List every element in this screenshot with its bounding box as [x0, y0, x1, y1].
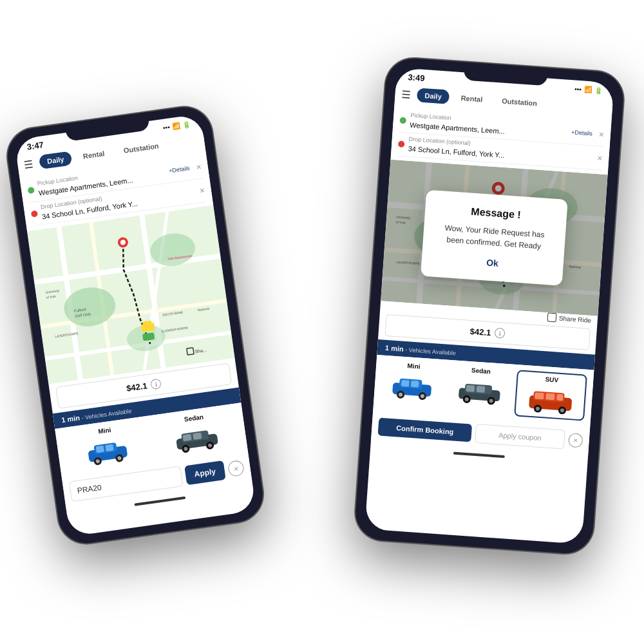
phone2-screen: 3:49 ▪▪▪ 📶 🔋 ☰ Daily Rental Outstation — [365, 68, 614, 544]
message-modal: Message ! Wow, Your Ride Request has bee… — [421, 190, 568, 286]
svg-rect-42 — [193, 432, 202, 440]
phone2-coupon-label: Apply coupon — [498, 431, 542, 442]
phone2-vehicles-subheader: - Vehicles Available — [403, 346, 456, 357]
phone2-coupon-clear[interactable]: × — [568, 433, 583, 448]
phone1-time: 3:47 — [26, 140, 44, 151]
svg-rect-33 — [96, 445, 104, 453]
signal-icon: ▪▪▪ — [162, 124, 170, 131]
tab-daily-p2[interactable]: Daily — [417, 88, 450, 104]
mini-car-img-p2 — [381, 370, 445, 404]
phone1-pickup-clear[interactable]: × — [195, 161, 202, 172]
battery-icon: 🔋 — [182, 120, 191, 129]
tab-rental-p1[interactable]: Rental — [75, 145, 113, 164]
modal-body: Wow, Your Ride Request has been confirme… — [435, 222, 553, 252]
phone2-drop-clear[interactable]: × — [597, 153, 603, 164]
message-modal-overlay: Message ! Wow, Your Ride Request has bee… — [381, 160, 608, 316]
vehicle-suv-p2[interactable]: SUV — [515, 370, 587, 421]
svg-rect-89 — [545, 393, 555, 400]
vehicle-mini-p2[interactable]: Mini — [380, 361, 445, 412]
pickup-dot — [28, 187, 35, 194]
signal-icon-p2: ▪▪▪ — [574, 85, 582, 93]
tab-outstation-p1[interactable]: Outstation — [115, 138, 167, 159]
phone2-map: Fulford Golf Club LAYERTHORPE University… — [381, 160, 608, 316]
phone-1: 3:47 ▪▪▪ 📶 🔋 ☰ Daily Rental Outstation — [4, 104, 266, 547]
sedan-car-img-p2 — [448, 375, 512, 408]
suv-car-img-p2 — [518, 384, 583, 417]
svg-rect-90 — [556, 393, 564, 401]
drop-dot — [31, 210, 38, 217]
tab-rental-p2[interactable]: Rental — [453, 90, 491, 107]
phone1-info-icon[interactable]: i — [150, 378, 162, 390]
wifi-icon: 📶 — [172, 122, 180, 130]
phone1-pickup-detail[interactable]: +Details — [169, 165, 191, 174]
phone1-map: Fulford Golf Club LAYERTHORPE University… — [27, 205, 235, 384]
menu-icon-p2[interactable]: ☰ — [401, 88, 411, 100]
phone2-home-bar — [453, 452, 505, 459]
vehicle-sedan-p1[interactable]: Sedan — [151, 409, 241, 459]
phone2-wait-time: 1 min — [385, 344, 404, 353]
phone2-info-icon[interactable]: i — [495, 328, 506, 339]
phone1-home-bar — [135, 497, 186, 506]
svg-rect-88 — [535, 392, 544, 399]
phone2-coupon-field[interactable]: Apply coupon — [475, 424, 565, 450]
phone1-apply-button[interactable]: Apply — [184, 460, 226, 485]
phone2-pickup-clear[interactable]: × — [598, 129, 604, 140]
svg-rect-73 — [411, 380, 419, 387]
modal-title: Message ! — [438, 204, 554, 223]
phone1-drop-clear[interactable]: × — [199, 185, 205, 196]
svg-rect-80 — [466, 384, 475, 392]
phone1-wait-time: 1 min — [61, 413, 80, 424]
pickup-dot-p2 — [399, 117, 406, 124]
share-ride-label: Share Ride — [559, 314, 592, 323]
share-ride-checkbox[interactable] — [547, 312, 556, 322]
phone1-coupon-clear[interactable]: × — [227, 460, 245, 477]
modal-ok-button[interactable]: Ok — [434, 254, 551, 272]
svg-rect-41 — [182, 433, 191, 441]
drop-dot-p2 — [398, 141, 405, 148]
vehicle-sedan-p2[interactable]: Sedan — [447, 365, 512, 416]
scene: 3:47 ▪▪▪ 📶 🔋 ☰ Daily Rental Outstation — [0, 0, 644, 644]
svg-rect-72 — [401, 379, 410, 386]
battery-icon-p2: 🔋 — [594, 87, 602, 95]
phone1-status-icons: ▪▪▪ 📶 🔋 — [162, 120, 191, 131]
phone1-price: $42.1 — [126, 381, 147, 393]
phone2-status-icons: ▪▪▪ 📶 🔋 — [574, 85, 602, 94]
wifi-icon-p2: 📶 — [583, 86, 592, 93]
tab-outstation-p2[interactable]: Outstation — [493, 93, 545, 111]
phone1-screen: 3:47 ▪▪▪ 📶 🔋 ☰ Daily Rental Outstation — [14, 114, 256, 537]
confirm-booking-button[interactable]: Confirm Booking — [378, 417, 473, 442]
svg-rect-34 — [105, 444, 113, 451]
phone1-map-svg: Fulford Golf Club LAYERTHORPE University… — [27, 205, 235, 384]
tab-daily-p1[interactable]: Daily — [39, 151, 73, 169]
phone2-price: $42.1 — [469, 327, 491, 337]
phone2-pickup-detail[interactable]: +Details — [571, 129, 592, 137]
vehicle-mini-p1[interactable]: Mini — [62, 421, 151, 471]
menu-icon[interactable]: ☰ — [23, 157, 34, 171]
phone2-time: 3:49 — [408, 72, 425, 83]
phone-2: 3:49 ▪▪▪ 📶 🔋 ☰ Daily Rental Outstation — [354, 57, 625, 555]
svg-rect-81 — [477, 385, 486, 392]
